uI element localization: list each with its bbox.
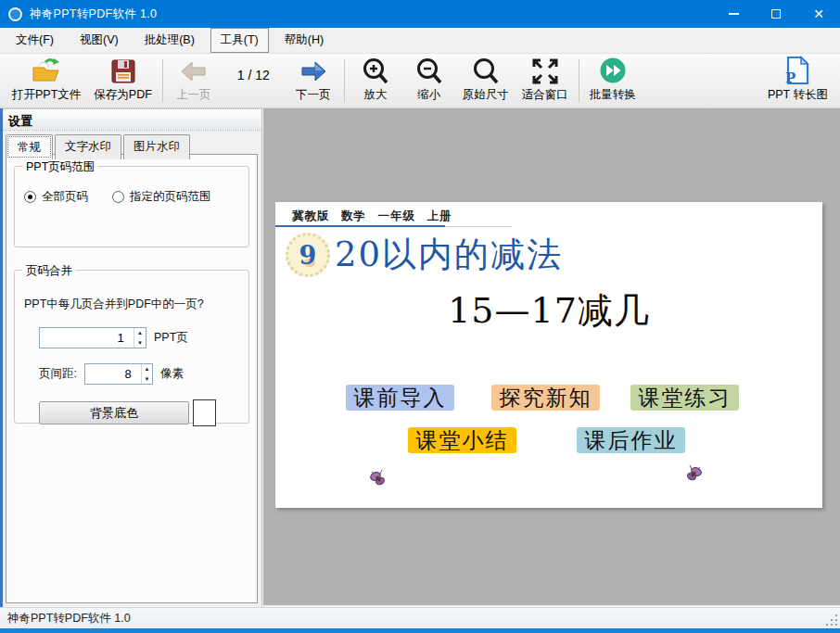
zoom-in-button[interactable]: 放大 bbox=[349, 54, 402, 108]
zoom-in-icon bbox=[362, 57, 389, 85]
radio-specified-pages[interactable] bbox=[112, 191, 124, 203]
ppt-to-long-image-label: PPT 转长图 bbox=[768, 87, 828, 103]
close-button[interactable]: ✕ bbox=[797, 0, 840, 28]
title-bar: 神奇PPT转PDF软件 1.0 ✕ bbox=[0, 0, 840, 28]
open-folder-icon bbox=[31, 56, 62, 85]
toolbar-spacer bbox=[643, 54, 761, 108]
open-ppt-button[interactable]: 打开PPT文件 bbox=[6, 54, 87, 108]
original-size-label: 原始尺寸 bbox=[463, 87, 509, 103]
slide-nav-explore: 探究新知 bbox=[491, 385, 600, 411]
resize-grip[interactable] bbox=[825, 614, 837, 626]
slide-nav-practice: 课堂练习 bbox=[630, 385, 739, 411]
status-bar: 神奇PPT转PDF软件 1.0 bbox=[0, 607, 840, 628]
spinner-down-icon[interactable]: ▼ bbox=[142, 374, 152, 385]
radio-specified-pages-label: 指定的页码范围 bbox=[130, 189, 211, 205]
settings-panel-header: 设置 bbox=[3, 108, 261, 131]
slide-header-underline-light bbox=[445, 226, 512, 227]
next-arrow-icon bbox=[299, 57, 327, 85]
save-floppy-icon bbox=[109, 57, 137, 85]
open-ppt-label: 打开PPT文件 bbox=[12, 87, 81, 103]
merge-question-label: PPT中每几页合并到PDF中的一页? bbox=[24, 297, 239, 312]
tab-general[interactable]: 常规 bbox=[6, 134, 53, 159]
minimize-icon bbox=[729, 13, 739, 15]
spacing-label: 页间距: bbox=[39, 366, 77, 382]
chapter-badge: 9 bbox=[286, 233, 330, 277]
menu-tools[interactable]: 工具(T) bbox=[210, 28, 269, 53]
menu-file[interactable]: 文件(F) bbox=[6, 28, 64, 53]
page-range-group-title: PPT页码范围 bbox=[22, 159, 98, 175]
ppt-long-image-icon: P bbox=[784, 56, 810, 85]
slide-nav-intro: 课前导入 bbox=[346, 385, 454, 411]
slide-preview: 冀教版 数学 一年级 上册 9 20以内的减法 15—17减几 课前导入 探究新… bbox=[275, 202, 822, 508]
pages-per-sheet-input[interactable] bbox=[40, 328, 134, 348]
pages-unit-label: PPT页 bbox=[154, 330, 188, 346]
toolbar-separator bbox=[344, 59, 345, 102]
maximize-icon bbox=[771, 9, 781, 19]
batch-convert-label: 批量转换 bbox=[590, 87, 636, 103]
original-size-icon bbox=[472, 57, 500, 85]
spinner-up-icon[interactable]: ▲ bbox=[142, 364, 152, 374]
spacing-arrows[interactable]: ▲ ▼ bbox=[141, 364, 152, 384]
batch-convert-icon bbox=[598, 56, 628, 85]
next-page-button[interactable]: 下一页 bbox=[286, 54, 340, 108]
slide-nav-summary: 课堂小结 bbox=[408, 427, 516, 453]
menu-view[interactable]: 视图(V) bbox=[70, 28, 129, 53]
tab-text-watermark[interactable]: 文字水印 bbox=[55, 134, 121, 159]
prev-page-button: 上一页 bbox=[167, 54, 221, 108]
toolbar-separator bbox=[579, 59, 579, 102]
ppt-long-image-glyph: P bbox=[785, 70, 795, 86]
original-size-button[interactable]: 原始尺寸 bbox=[456, 54, 515, 108]
spacing-input[interactable] bbox=[85, 364, 141, 384]
slide-nav-homework: 课后作业 bbox=[577, 427, 685, 453]
settings-panel: 设置 常规 文字水印 图片水印 PPT页码范围 全部页码 指定的页码范围 页码合… bbox=[0, 108, 262, 607]
zoom-out-icon bbox=[415, 57, 443, 85]
page-range-group: PPT页码范围 全部页码 指定的页码范围 bbox=[14, 166, 249, 247]
menu-bar: 文件(F) 视图(V) 批处理(B) 工具(T) 帮助(H) bbox=[0, 28, 840, 54]
spinner-down-icon[interactable]: ▼ bbox=[134, 338, 146, 348]
fit-window-icon bbox=[531, 57, 559, 85]
radio-specified-pages-row[interactable]: 指定的页码范围 bbox=[112, 189, 211, 205]
background-color-swatch[interactable] bbox=[193, 399, 216, 426]
batch-convert-button[interactable]: 批量转换 bbox=[583, 54, 643, 108]
tab-image-watermark[interactable]: 图片水印 bbox=[123, 134, 190, 159]
slide-header-text: 冀教版 数学 一年级 上册 bbox=[292, 209, 452, 224]
next-page-label: 下一页 bbox=[296, 87, 331, 103]
pages-per-sheet-arrows[interactable]: ▲ ▼ bbox=[134, 328, 146, 348]
menu-help[interactable]: 帮助(H) bbox=[274, 28, 334, 53]
butterfly-icon bbox=[368, 468, 388, 491]
prev-arrow-icon bbox=[180, 57, 208, 85]
background-color-button[interactable]: 背景底色 bbox=[39, 401, 189, 424]
merge-group: 页码合并 PPT中每几页合并到PDF中的一页? ▲ ▼ PPT页 页间距: bbox=[14, 270, 249, 424]
minimize-button[interactable] bbox=[712, 0, 755, 28]
app-icon bbox=[8, 7, 22, 21]
toolbar: 打开PPT文件 保存为PDF 上一页 1 / 12 bbox=[0, 54, 840, 108]
chapter-badge-number: 9 bbox=[299, 241, 317, 270]
slide-subtitle: 15—17减几 bbox=[275, 287, 822, 335]
preview-area[interactable]: 冀教版 数学 一年级 上册 9 20以内的减法 15—17减几 课前导入 探究新… bbox=[263, 108, 840, 605]
spacing-unit-label: 像素 bbox=[160, 366, 184, 382]
settings-tabs: 常规 文字水印 图片水印 bbox=[3, 131, 261, 159]
window-controls: ✕ bbox=[712, 0, 840, 28]
fit-window-label: 适合窗口 bbox=[522, 87, 568, 103]
window-bottom-edge bbox=[0, 628, 840, 633]
ppt-to-long-image-button[interactable]: P PPT 转长图 bbox=[761, 54, 834, 108]
menu-batch[interactable]: 批处理(B) bbox=[134, 28, 205, 53]
radio-all-pages-row[interactable]: 全部页码 bbox=[24, 189, 88, 205]
save-pdf-button[interactable]: 保存为PDF bbox=[87, 54, 159, 108]
zoom-out-button[interactable]: 缩小 bbox=[402, 54, 456, 108]
merge-group-title: 页码合并 bbox=[22, 263, 76, 279]
maximize-button[interactable] bbox=[755, 0, 797, 28]
pages-per-sheet-spinner[interactable]: ▲ ▼ bbox=[39, 327, 146, 348]
slide-header-underline bbox=[275, 225, 445, 227]
radio-all-pages[interactable] bbox=[24, 191, 36, 203]
spinner-up-icon[interactable]: ▲ bbox=[134, 328, 146, 338]
save-pdf-label: 保存为PDF bbox=[94, 87, 152, 103]
prev-page-label: 上一页 bbox=[176, 87, 211, 103]
tab-page-general: PPT页码范围 全部页码 指定的页码范围 页码合并 PPT中每几页合并到PDF中… bbox=[6, 154, 258, 603]
slide-title: 20以内的减法 bbox=[335, 232, 563, 278]
close-icon: ✕ bbox=[813, 7, 824, 20]
fit-window-button[interactable]: 适合窗口 bbox=[515, 54, 575, 108]
spacing-spinner[interactable]: ▲ ▼ bbox=[84, 363, 153, 385]
butterfly-icon bbox=[683, 463, 704, 487]
page-indicator: 1 / 12 bbox=[221, 54, 286, 108]
